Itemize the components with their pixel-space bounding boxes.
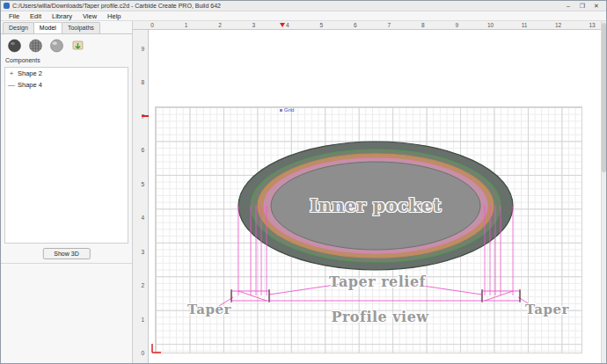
ruler-v-number: 8 [141,79,144,85]
ruler-h-number: 11 [522,22,528,28]
ruler-h-number: 12 [555,22,561,28]
title-bar: C:/Users/willa/Downloads/Taper profile.c… [1,1,606,11]
vertical-ruler: 9 8 7 6 5 4 3 2 1 0 [133,30,149,363]
expand-icon[interactable]: — [8,81,15,89]
horizontal-ruler: 0 1 2 3 4 5 6 7 8 9 10 11 12 13 [149,21,601,30]
app-window: C:/Users/willa/Downloads/Taper profile.c… [0,0,607,364]
ruler-v-number: 0 [141,350,144,356]
add-shape-sphere-icon[interactable] [6,38,23,53]
ruler-v-number: 2 [141,282,144,288]
cursor-x-marker [280,23,285,27]
taper-relief-label: Taper relief [329,273,426,290]
maximize-button[interactable]: ❐ [575,1,589,11]
design-canvas[interactable]: Grid Inner pocket Taper relief Taper Tap… [149,30,601,363]
menu-view[interactable]: View [77,11,102,21]
ruler-h-number: 4 [286,22,289,28]
scrollbar-thumb[interactable] [602,23,606,172]
ruler-v-number: 1 [141,317,144,323]
grid-label: Grid [280,107,294,113]
tab-design[interactable]: Design [3,22,34,33]
main-area: Design Model Toolpaths [1,21,606,363]
list-item-shape-2[interactable]: + Shape 2 [5,68,128,79]
cursor-y-marker [142,115,149,117]
ruler-h-number: 5 [319,22,323,28]
ruler-v-number: 4 [141,215,144,221]
sidebar-panel: Design Model Toolpaths [1,21,133,363]
ruler-v-number: 9 [141,46,144,52]
ruler-h-number: 9 [455,22,458,28]
close-button[interactable]: ✕ [589,1,603,11]
ruler-h-number: 13 [589,22,595,28]
ruler-h-number: 2 [218,22,222,28]
ruler-h-number: 7 [387,22,391,28]
ruler-h-number: 3 [252,22,256,28]
menu-bar: File Edit Library View Help [1,11,606,21]
sidebar-tabs: Design Model Toolpaths [1,22,132,33]
window-controls: – ❐ ✕ [561,1,603,11]
expand-icon[interactable]: + [8,69,15,77]
ruler-v-number: 3 [141,249,144,255]
minimize-button[interactable]: – [561,1,575,11]
components-header: Components [1,55,132,64]
menu-edit[interactable]: Edit [25,11,47,21]
import-component-icon[interactable] [69,38,86,53]
menu-file[interactable]: File [4,11,25,21]
window-title: C:/Users/willa/Downloads/Taper profile.c… [12,3,561,9]
inner-pocket-label: Inner pocket [310,195,442,216]
component-label: Shape 2 [18,69,42,77]
show-3d-button[interactable]: Show 3D [42,248,90,259]
tab-toolpaths[interactable]: Toolpaths [62,22,100,33]
add-texture-sphere-icon[interactable] [27,38,44,53]
ruler-h-number: 0 [150,22,154,28]
component-label: Shape 4 [18,81,42,89]
ruler-h-number: 8 [421,22,425,28]
ruler-v-number: 5 [141,181,144,187]
profile-view-label: Profile view [331,309,428,325]
shape-sphere-icon[interactable] [48,38,65,53]
taper-right-label: Taper [525,302,569,317]
list-item-shape-4[interactable]: — Shape 4 [5,79,128,91]
origin-marker [152,344,161,353]
menu-library[interactable]: Library [47,11,77,21]
model-toolbar [1,34,132,55]
ruler-corner [133,21,149,30]
sidebar-divider [1,263,132,264]
ruler-h-number: 1 [185,22,188,28]
ruler-v-number: 6 [141,147,144,153]
ruler-h-number: 10 [487,22,494,28]
ruler-h-number: 6 [354,22,357,28]
tab-model[interactable]: Model [33,22,62,33]
taper-left-label: Taper [187,302,231,317]
menu-help[interactable]: Help [102,11,126,21]
components-list: + Shape 2 — Shape 4 [4,67,128,244]
app-logo-icon [4,3,10,9]
vertical-scrollbar[interactable] [601,21,606,363]
